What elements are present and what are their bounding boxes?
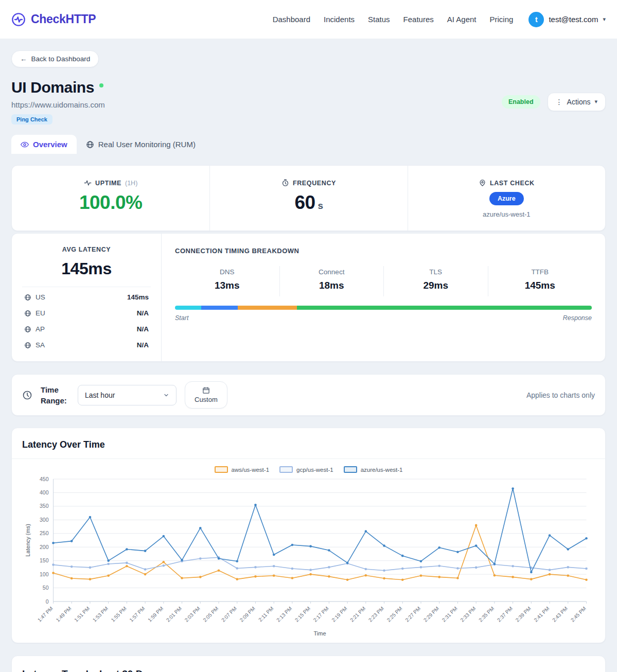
frequency-stat: FREQUENCY 60s [209,166,407,231]
svg-text:2:11 PM: 2:11 PM [257,606,275,623]
back-to-dashboard-button[interactable]: ← Back to Dashboard [11,50,99,67]
nav-incidents[interactable]: Incidents [324,15,355,24]
svg-text:2:07 PM: 2:07 PM [220,606,238,623]
region-code: EU [36,309,45,317]
time-range-select[interactable]: Last hour [78,385,177,405]
legend-swatch [215,466,228,473]
chart-legend: aws/us-west-1gcp/us-west-1azure/us-west-… [17,466,600,473]
svg-text:2:41 PM: 2:41 PM [533,606,550,623]
svg-text:150: 150 [40,557,49,563]
svg-text:Latency (ms): Latency (ms) [25,524,31,557]
timing-breakdown-title: CONNECTION TIMING BREAKDOWN [175,247,592,255]
svg-text:2:27 PM: 2:27 PM [404,606,421,623]
region-row-us: US145ms [22,289,151,305]
region-latency-value: N/A [137,341,149,349]
time-range-selected-value: Last hour [85,391,115,399]
svg-text:2:09 PM: 2:09 PM [239,606,256,623]
tab-bar: Overview Real User Monitoring (RUM) [11,135,606,154]
trend-title: Latency Trend – Last 30 Days [22,668,595,672]
chevron-down-icon: ▾ [603,16,606,23]
timing-start-label: Start [175,314,188,322]
page-title: UI Domains [11,79,94,96]
map-pin-icon [479,179,486,187]
nav-features[interactable]: Features [403,15,434,24]
tls-bar-segment [238,306,296,310]
back-button-label: Back to Dashboard [31,55,91,63]
custom-range-label: Custom [195,396,218,403]
legend-label: gcp/us-west-1 [296,467,333,473]
latency-line-chart: 0501001502002503003504004501:47 PM1:49 P… [17,475,600,639]
actions-button-label: Actions [567,98,591,106]
connect-bar-segment [201,306,238,310]
region-code: US [36,293,45,301]
svg-text:Time: Time [313,630,326,636]
legend-label: azure/us-west-1 [361,467,403,473]
uptime-window: (1H) [125,180,137,187]
divider [22,287,151,287]
legend-item[interactable]: azure/us-west-1 [344,466,403,473]
svg-text:2:01 PM: 2:01 PM [165,606,183,623]
chart-title: Latency Over Time [22,439,595,450]
globe-icon [86,140,94,149]
nav-dashboard[interactable]: Dashboard [273,15,310,24]
ttfb-bar-segment [297,306,592,310]
svg-text:1:59 PM: 1:59 PM [147,606,164,623]
frequency-value: 60s [215,192,402,214]
uptime-stat: UPTIME (1H) 100.0% [12,166,209,231]
clock-icon [281,179,289,187]
region-latency-value: 145ms [127,293,149,301]
svg-text:2:37 PM: 2:37 PM [496,606,514,623]
status-badge: Enabled [502,95,540,109]
live-status-dot [99,83,103,87]
globe-icon [24,310,31,317]
region-latency-value: N/A [137,309,149,317]
provider-badge: Azure [489,192,524,205]
svg-text:200: 200 [40,544,49,550]
region-latency-value: N/A [137,325,149,333]
svg-text:2:03 PM: 2:03 PM [184,606,201,623]
time-range-card: Time Range: Last hour Custom Applies to … [11,374,606,416]
tab-overview[interactable]: Overview [11,135,77,154]
custom-range-button[interactable]: Custom [185,381,227,409]
globe-icon [24,294,31,301]
clock-icon [22,390,32,400]
svg-text:2:25 PM: 2:25 PM [386,606,403,623]
overview-icon [21,140,29,149]
tab-overview-label: Overview [33,140,67,149]
brand-name: CheckHTTP [31,12,96,26]
svg-text:0: 0 [46,598,49,605]
region-code: AP [36,325,45,333]
avg-latency-value: 145ms [22,259,151,278]
latency-card: AVG LATENCY 145ms US145msEUN/AAPN/ASAN/A… [11,233,606,362]
svg-text:1:49 PM: 1:49 PM [55,606,73,623]
legend-item[interactable]: gcp/us-west-1 [279,466,333,473]
legend-label: aws/us-west-1 [232,467,270,473]
user-menu[interactable]: t test@test.com ▾ [528,12,606,27]
last-check-stat: LAST CHECK Azure azure/us-west-1 [408,166,605,231]
brand[interactable]: CheckHTTP [11,12,96,27]
svg-text:1:55 PM: 1:55 PM [110,606,128,623]
time-range-label: Time Range: [41,384,69,406]
legend-item[interactable]: aws/us-west-1 [215,466,270,473]
nav-ai-agent[interactable]: AI Agent [447,15,477,24]
tab-rum-label: Real User Monitoring (RUM) [98,140,196,149]
timing-tls: TLS 29ms [383,266,488,296]
chevron-down-icon: ▾ [594,98,597,105]
svg-text:350: 350 [40,503,49,509]
svg-text:450: 450 [40,476,49,482]
latency-chart-card: Latency Over Time aws/us-west-1gcp/us-we… [11,428,606,643]
actions-button[interactable]: ⋮ Actions ▾ [548,93,606,111]
activity-icon [84,179,92,187]
region-row-ap: APN/A [22,321,151,337]
nav-pricing[interactable]: Pricing [490,15,514,24]
avg-latency-label: AVG LATENCY [22,246,151,253]
check-type-badge: Ping Check [11,114,52,125]
svg-text:250: 250 [40,530,49,536]
time-range-note: Applies to charts only [526,391,595,399]
svg-text:2:35 PM: 2:35 PM [478,606,495,623]
back-arrow-icon: ← [20,55,27,63]
calendar-icon [202,386,210,394]
nav-status[interactable]: Status [368,15,390,24]
last-check-region: azure/us-west-1 [413,210,600,218]
tab-rum[interactable]: Real User Monitoring (RUM) [77,135,205,154]
